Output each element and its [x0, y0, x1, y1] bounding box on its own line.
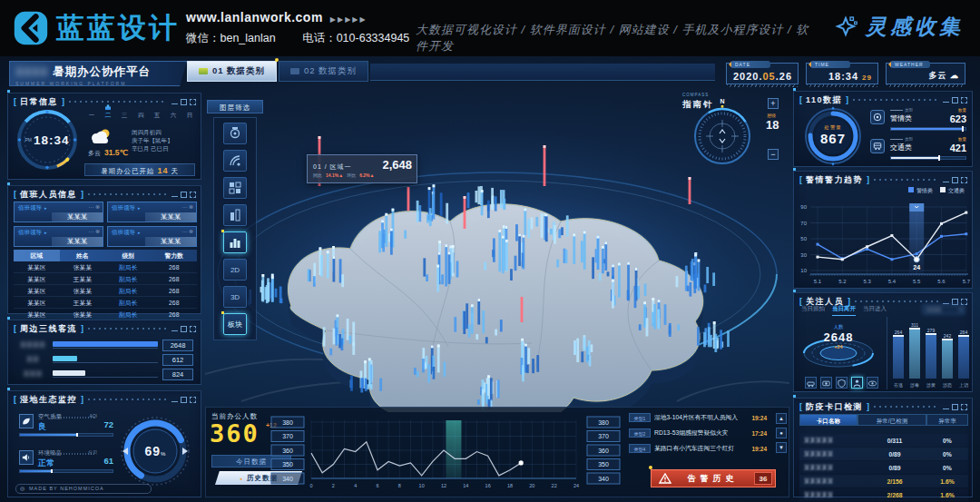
alert-row[interactable]: 类型4某路口有小汽车连闯三个红灯19:24 [629, 442, 767, 455]
card-options-icon[interactable]: ⋯ ⊗ [88, 228, 100, 234]
week-day: 二 [103, 104, 113, 120]
flow-track [53, 341, 158, 349]
layer-button-grid[interactable] [223, 177, 247, 199]
card-options-icon[interactable]: ⋯ ⊗ [88, 203, 100, 210]
flow-row: 某某某824 [17, 368, 193, 380]
bar-value: 264 [955, 330, 973, 335]
table-cell: 某某区 [14, 297, 60, 309]
window-icon[interactable] [181, 397, 187, 403]
table-cell: 副局长 [105, 273, 152, 285]
logo-text[interactable]: 蓝蓝设计 [56, 9, 180, 47]
legend-item: 警情类 [908, 187, 933, 195]
table-row: 某某区王某某副局长268 [14, 273, 197, 285]
zoom-in-button[interactable]: + [768, 98, 779, 109]
scroll-down-icon[interactable]: ▼ [776, 442, 787, 453]
eye-icon[interactable] [867, 377, 878, 389]
checkpoint-name: 某某某某某 [799, 464, 863, 472]
duty-leader-card[interactable]: 值班领导⋯ ⊗某某某 [107, 202, 197, 222]
checkpoint-detect: 2/268 [863, 492, 926, 498]
website-link[interactable]: www.lanlanwork.com [186, 10, 323, 25]
alert-row[interactable]: 类型1湿地3-104片区有不明人员闯入19:24 [629, 411, 767, 424]
checkpoint-header-0[interactable]: 卡口名称 [799, 414, 858, 426]
svg-text:10: 10 [419, 483, 425, 488]
checkpoint-row: 某某某某某0/890% [799, 461, 968, 474]
collect-block[interactable]: 灵感收集 [835, 13, 964, 41]
tab-data-category-1[interactable]: 01 数据类别 [187, 61, 277, 82]
expand-icon[interactable] [961, 404, 967, 410]
flow-bar [53, 370, 85, 376]
scroll-dot-icon[interactable]: ● [776, 428, 787, 438]
layer-button-3D[interactable]: 3D [223, 286, 247, 308]
platform-title-block: 某某某某 暑期办公协作平台 SUMMER WORKING PLATFORM [9, 61, 187, 86]
focus-tab-0[interactable]: 当日抓拍 [801, 305, 825, 316]
lanlan-logo-icon[interactable] [13, 10, 49, 46]
car-icon[interactable] [805, 377, 817, 389]
window-icon[interactable] [952, 97, 958, 103]
minimize-icon[interactable] [943, 177, 949, 182]
duty-leader-card[interactable]: 值班领导⋯ ⊗某某某 [107, 226, 197, 247]
svg-text:5.1: 5.1 [814, 279, 822, 284]
window-icon[interactable] [952, 177, 958, 183]
focus-tab-1[interactable]: 当日离开 [832, 305, 856, 316]
minimize-icon[interactable] [943, 404, 949, 409]
layer-button-building[interactable] [223, 204, 247, 226]
card-options-icon[interactable]: ⋯ ⊗ [181, 228, 193, 234]
bus-icon [870, 139, 885, 153]
alert-row[interactable]: 类型2RD13-53烟感报警疑似火灾17:24 [629, 427, 767, 439]
minimize-icon[interactable] [943, 97, 949, 103]
expand-icon[interactable] [961, 299, 967, 305]
shield-icon[interactable] [836, 377, 848, 389]
alert-type-badge: 类型2 [629, 428, 651, 438]
checkpoint-header-2[interactable]: 异常率 [926, 414, 968, 426]
window-icon[interactable] [952, 299, 958, 305]
services-text: 大数据可视化设计 / 软件界面设计 / 网站建设 / 手机及小程序设计 / 软件… [416, 22, 811, 54]
minimize-icon[interactable] [172, 192, 178, 197]
window-controls [172, 397, 196, 403]
focus-tab-2[interactable]: 当日进入 [863, 305, 887, 316]
compass-dial[interactable]: N [679, 94, 760, 176]
week-day: 五 [152, 104, 162, 120]
minimize-icon[interactable] [172, 326, 178, 331]
zoom-out-button[interactable]: − [768, 149, 779, 160]
minimize-icon[interactable] [172, 397, 178, 402]
window-icon[interactable] [181, 192, 187, 198]
row-110-police: 类型 警情类 数量 623 [870, 108, 966, 135]
bar-value: 279 [922, 328, 940, 333]
alert-history-button[interactable]: 告警历史 36 [651, 469, 776, 487]
svg-text:380: 380 [282, 419, 293, 426]
expand-icon[interactable] [190, 397, 196, 403]
duty-leader-card[interactable]: 值班领导⋯ ⊗某某某 [14, 202, 103, 222]
scroll-up-icon[interactable]: ▲ [776, 413, 787, 424]
expand-icon[interactable] [961, 177, 967, 183]
camera-icon[interactable] [820, 377, 832, 389]
table-cell: 王某某 [60, 297, 106, 309]
svg-text:22: 22 [552, 483, 557, 488]
minimize-icon[interactable] [943, 299, 949, 304]
layer-button-板块[interactable]: 板块 [223, 313, 247, 335]
expand-icon[interactable] [190, 326, 196, 332]
layer-button-chart[interactable] [223, 231, 247, 253]
table-cell: 某某区 [14, 273, 60, 285]
layer-button-signal[interactable] [223, 150, 247, 172]
expand-icon[interactable] [961, 97, 967, 103]
duty-leader-card[interactable]: 值班领导⋯ ⊗某某某 [14, 226, 103, 247]
expand-icon[interactable] [190, 192, 196, 198]
layer-button-2D[interactable]: 2D [223, 259, 247, 281]
window-icon[interactable] [181, 326, 187, 332]
window-icon[interactable] [952, 404, 958, 410]
flow-label: 某某某 [17, 369, 48, 379]
bar-value: 311 [906, 322, 924, 328]
checkpoint-row: 某某某某某2/1561.6% [799, 475, 968, 487]
card-options-icon[interactable]: ⋯ ⊗ [181, 203, 193, 210]
person-icon[interactable] [851, 377, 863, 389]
tab-data-category-2[interactable]: 02 数据类别 [279, 61, 368, 82]
panel-trend: 警情警力趋势 警情类交通类 90705030105.15.25.35.45.55… [793, 171, 973, 289]
checkpoint-header-1[interactable]: 异常/已检测 [858, 414, 926, 426]
duty-role-label: 值班领导 [112, 204, 141, 212]
minimize-icon[interactable] [172, 99, 178, 104]
layer-button-camera[interactable] [223, 123, 247, 144]
filter-dropdown[interactable]: 某某某 [923, 305, 965, 314]
table-cell: 王某某 [60, 273, 106, 285]
chart-icon [228, 235, 242, 250]
phone-label: 电话：010-63334945 [302, 32, 409, 44]
